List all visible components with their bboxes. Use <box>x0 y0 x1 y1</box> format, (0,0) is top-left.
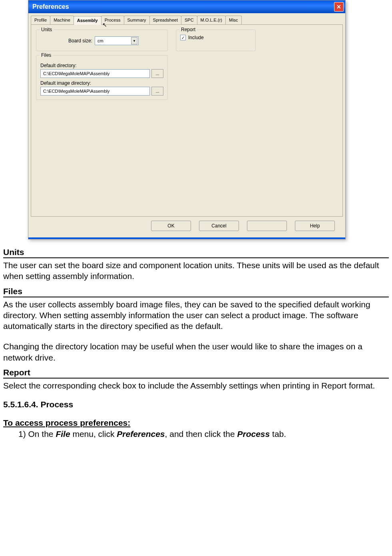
preferences-dialog: Preferences ✕ Profile Machine Assembly P… <box>28 0 346 239</box>
files-paragraph-1: As the user collects assembly board imag… <box>3 299 389 332</box>
default-image-dir-label: Default image directory: <box>40 80 163 86</box>
tab-misc[interactable]: Misc <box>225 16 242 24</box>
close-icon[interactable]: ✕ <box>334 2 344 12</box>
tab-assembly[interactable]: Assembly <box>74 16 101 25</box>
tab-spreadsheet[interactable]: Spreadsheet <box>149 16 181 24</box>
access-heading: To access process preferences: <box>3 418 389 428</box>
default-dir-input[interactable]: C:\ECD\MegaMoleMAP\Assembly <box>40 69 150 78</box>
tab-strip: Profile Machine Assembly Process Summary… <box>31 16 343 25</box>
button-row: OK Cancel Help <box>31 217 343 235</box>
dialog-title: Preferences <box>32 3 69 10</box>
report-heading: Report <box>3 368 389 379</box>
units-fieldset: Units Board size: cm ▼ <box>36 30 168 51</box>
tab-spc[interactable]: SPC <box>181 16 197 24</box>
step-1: 1) On the File menu, click Preferences, … <box>3 429 389 439</box>
units-legend: Units <box>40 27 54 32</box>
files-heading: Files <box>3 287 389 297</box>
browse-image-dir-button[interactable]: ... <box>151 87 163 96</box>
report-legend: Report <box>179 27 197 32</box>
report-fieldset: Report ✓ Include <box>176 30 256 51</box>
browse-dir-button[interactable]: ... <box>151 69 163 78</box>
tab-machine[interactable]: Machine <box>50 16 74 24</box>
tab-content: ↖ Units Board size: cm ▼ Report <box>31 25 343 217</box>
cursor-icon: ↖ <box>102 22 107 28</box>
include-checkbox[interactable]: ✓ <box>180 35 186 40</box>
ok-button[interactable]: OK <box>151 221 191 231</box>
process-heading: 5.5.1.6.4. Process <box>3 400 389 409</box>
titlebar: Preferences ✕ <box>28 0 345 13</box>
tab-profile[interactable]: Profile <box>31 16 50 24</box>
board-size-label: Board size: <box>40 38 92 44</box>
units-heading: Units <box>3 247 389 258</box>
files-fieldset: Files Default directory: C:\ECD\MegaMole… <box>36 55 168 100</box>
help-button[interactable]: Help <box>295 221 335 231</box>
apply-button[interactable] <box>247 221 287 231</box>
board-size-select[interactable]: cm ▼ <box>95 36 139 45</box>
files-paragraph-2: Changing the directory location may be u… <box>3 341 389 363</box>
report-paragraph: Select the corresponding check box to in… <box>3 380 389 391</box>
units-paragraph: The user can set the board size and comp… <box>3 260 389 282</box>
include-label: Include <box>188 35 204 40</box>
cancel-button[interactable]: Cancel <box>199 221 239 231</box>
board-size-value: cm <box>98 38 103 43</box>
default-dir-label: Default directory: <box>40 63 163 68</box>
files-legend: Files <box>40 52 53 58</box>
document-content: Units The user can set the board size an… <box>0 239 392 439</box>
tab-summary[interactable]: Summary <box>124 16 150 24</box>
chevron-down-icon: ▼ <box>131 37 137 44</box>
tab-mole[interactable]: M.O.L.E.(r) <box>197 16 226 24</box>
default-image-dir-input[interactable]: C:\ECD\MegaMoleMAP\Assembly <box>40 87 150 96</box>
dialog-bottom-border <box>28 237 345 239</box>
